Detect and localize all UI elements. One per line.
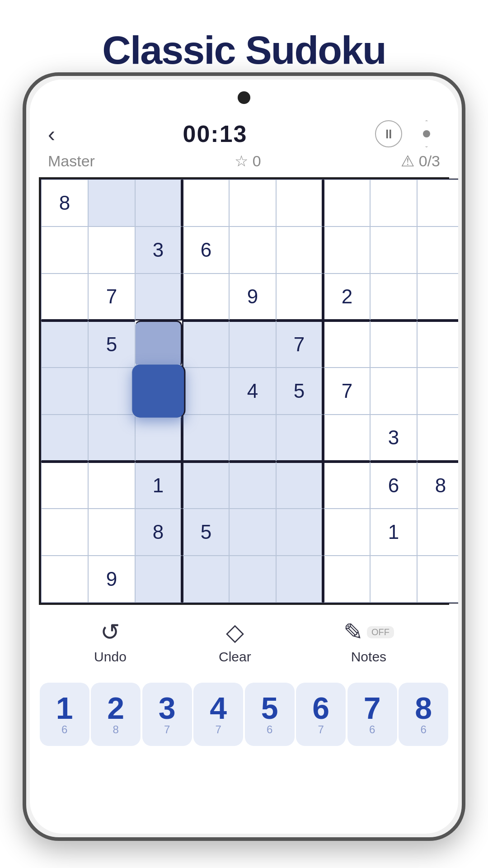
- sudoku-cell[interactable]: 8: [135, 509, 182, 556]
- numpad-button-2[interactable]: 28: [91, 683, 141, 746]
- numpad-button-7[interactable]: 76: [347, 683, 397, 746]
- sudoku-cell[interactable]: [88, 179, 135, 226]
- numpad-button-4[interactable]: 47: [193, 683, 243, 746]
- star-score: ☆ 0: [235, 152, 261, 170]
- sudoku-cell[interactable]: [182, 274, 229, 321]
- sudoku-cell[interactable]: [135, 179, 182, 226]
- clear-button[interactable]: ◇ Clear: [219, 618, 251, 665]
- sudoku-cell[interactable]: 5: [276, 368, 323, 415]
- sudoku-cell[interactable]: 9: [229, 274, 276, 321]
- back-button[interactable]: ‹: [48, 122, 55, 146]
- sudoku-cell[interactable]: [276, 462, 323, 509]
- sudoku-cell[interactable]: [182, 462, 229, 509]
- sudoku-cell[interactable]: [323, 462, 370, 509]
- sudoku-cell[interactable]: [229, 415, 276, 462]
- sudoku-cell[interactable]: [417, 556, 458, 603]
- sudoku-cell[interactable]: [417, 179, 458, 226]
- phone-screen: ‹ 00:13 ⏸ Master ☆ 0 ⚠ 0/3 8367925745731…: [30, 80, 458, 834]
- sudoku-grid: 8367925745731688519: [40, 179, 458, 604]
- sudoku-cell[interactable]: [370, 226, 417, 274]
- sudoku-cell[interactable]: [88, 462, 135, 509]
- sudoku-cell[interactable]: 8: [41, 179, 88, 226]
- numpad-button-8[interactable]: 86: [399, 683, 448, 746]
- sudoku-cell[interactable]: [276, 274, 323, 321]
- sudoku-cell[interactable]: [229, 556, 276, 603]
- sudoku-cell[interactable]: [276, 226, 323, 274]
- undo-button[interactable]: ↺ Undo: [94, 618, 127, 665]
- sudoku-cell[interactable]: [323, 179, 370, 226]
- numpad-button-3[interactable]: 37: [142, 683, 192, 746]
- sudoku-cell[interactable]: [41, 368, 88, 415]
- settings-button[interactable]: [413, 120, 440, 147]
- sudoku-cell[interactable]: 5: [88, 321, 135, 368]
- sudoku-cell[interactable]: [182, 556, 229, 603]
- sudoku-cell[interactable]: 6: [182, 226, 229, 274]
- sudoku-cell[interactable]: 5: [182, 509, 229, 556]
- sudoku-cell[interactable]: [41, 556, 88, 603]
- sudoku-cell[interactable]: [41, 462, 88, 509]
- sudoku-cell[interactable]: [135, 556, 182, 603]
- sudoku-cell[interactable]: [41, 226, 88, 274]
- sudoku-cell[interactable]: [88, 226, 135, 274]
- sudoku-cell[interactable]: [323, 556, 370, 603]
- sudoku-cell[interactable]: [182, 415, 229, 462]
- sudoku-cell[interactable]: [370, 368, 417, 415]
- sudoku-cell[interactable]: [88, 415, 135, 462]
- sudoku-cell[interactable]: 2: [323, 274, 370, 321]
- sudoku-cell[interactable]: [182, 179, 229, 226]
- sudoku-cell[interactable]: [41, 509, 88, 556]
- sudoku-cell[interactable]: [370, 321, 417, 368]
- sudoku-cell[interactable]: [370, 556, 417, 603]
- sudoku-cell[interactable]: [88, 509, 135, 556]
- sudoku-cell[interactable]: [229, 226, 276, 274]
- numpad-button-5[interactable]: 56: [245, 683, 295, 746]
- sudoku-cell[interactable]: 7: [88, 274, 135, 321]
- sudoku-cell[interactable]: [229, 509, 276, 556]
- sudoku-cell[interactable]: [417, 368, 458, 415]
- sudoku-cell[interactable]: [182, 368, 229, 415]
- sudoku-cell[interactable]: [276, 556, 323, 603]
- sudoku-cell[interactable]: 1: [135, 462, 182, 509]
- controls-area: ↺ Undo ◇ Clear ✎ OFF Notes: [30, 605, 458, 678]
- sudoku-cell[interactable]: [417, 415, 458, 462]
- sudoku-cell[interactable]: [323, 321, 370, 368]
- sudoku-cell[interactable]: 8: [417, 462, 458, 509]
- sudoku-cell[interactable]: 1: [370, 509, 417, 556]
- sudoku-cell[interactable]: [88, 368, 135, 415]
- sudoku-cell[interactable]: [229, 179, 276, 226]
- sudoku-cell[interactable]: 3: [135, 226, 182, 274]
- sudoku-cell[interactable]: [182, 321, 229, 368]
- notes-button[interactable]: ✎ OFF Notes: [343, 618, 394, 665]
- sudoku-cell[interactable]: 6: [370, 462, 417, 509]
- sudoku-cell[interactable]: [417, 226, 458, 274]
- sudoku-cell[interactable]: 7: [276, 321, 323, 368]
- sudoku-cell[interactable]: 4: [229, 368, 276, 415]
- sudoku-cell[interactable]: [229, 321, 276, 368]
- sudoku-cell[interactable]: [417, 274, 458, 321]
- sudoku-cell[interactable]: [229, 462, 276, 509]
- sudoku-cell[interactable]: [135, 415, 182, 462]
- sudoku-cell[interactable]: [370, 179, 417, 226]
- pause-button[interactable]: ⏸: [375, 120, 402, 147]
- sudoku-cell[interactable]: 3: [370, 415, 417, 462]
- sudoku-cell[interactable]: [417, 509, 458, 556]
- sudoku-cell[interactable]: [276, 415, 323, 462]
- sudoku-cell[interactable]: [135, 274, 182, 321]
- sudoku-cell[interactable]: [417, 321, 458, 368]
- sudoku-cell[interactable]: [323, 226, 370, 274]
- sudoku-cell[interactable]: [276, 509, 323, 556]
- sudoku-cell[interactable]: 9: [88, 556, 135, 603]
- numpad-button-6[interactable]: 67: [296, 683, 346, 746]
- sudoku-cell[interactable]: [135, 321, 182, 368]
- sudoku-cell[interactable]: [323, 415, 370, 462]
- sudoku-cell[interactable]: [370, 274, 417, 321]
- sudoku-cell[interactable]: [41, 321, 88, 368]
- sudoku-cell[interactable]: [131, 364, 186, 418]
- sudoku-grid-container: 8367925745731688519: [39, 177, 449, 605]
- sudoku-cell[interactable]: [41, 415, 88, 462]
- sudoku-cell[interactable]: 7: [323, 368, 370, 415]
- sudoku-cell[interactable]: [276, 179, 323, 226]
- sudoku-cell[interactable]: [323, 509, 370, 556]
- numpad-button-1[interactable]: 16: [40, 683, 89, 746]
- sudoku-cell[interactable]: [41, 274, 88, 321]
